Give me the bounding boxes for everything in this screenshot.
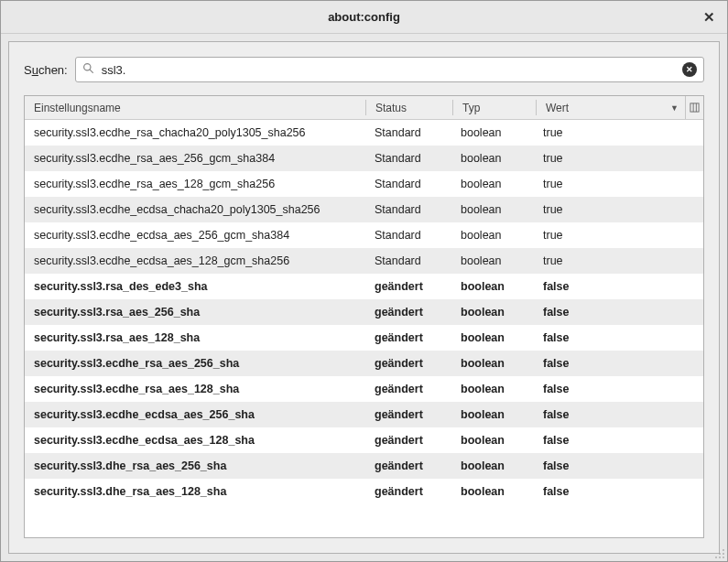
pref-type: boolean [451, 203, 534, 216]
pref-value: false [534, 306, 703, 319]
pref-name: security.ssl3.rsa_aes_128_sha [25, 331, 365, 344]
pref-value: false [534, 459, 703, 472]
table-row[interactable]: security.ssl3.ecdhe_ecdsa_aes_128_gcm_sh… [25, 248, 703, 274]
svg-rect-2 [690, 103, 699, 112]
pref-name: security.ssl3.dhe_rsa_aes_128_sha [25, 485, 365, 498]
pref-status: geändert [365, 357, 451, 370]
table-row[interactable]: security.ssl3.rsa_aes_256_shageändertboo… [25, 299, 703, 325]
table-row[interactable]: security.ssl3.ecdhe_ecdsa_aes_128_shageä… [25, 427, 703, 453]
content-panel: Suchen: Einstellungsname Status Typ Wert [8, 41, 720, 554]
pref-type: boolean [451, 152, 534, 165]
pref-name: security.ssl3.dhe_rsa_aes_256_sha [25, 459, 365, 472]
pref-value: true [534, 126, 703, 139]
search-input[interactable] [75, 57, 704, 82]
pref-value: false [534, 408, 703, 421]
pref-name: security.ssl3.rsa_aes_256_sha [25, 306, 365, 319]
pref-status: geändert [365, 280, 451, 293]
pref-name: security.ssl3.ecdhe_rsa_aes_256_gcm_sha3… [25, 152, 365, 165]
pref-value: false [534, 434, 703, 447]
clear-search-icon[interactable] [682, 62, 697, 77]
pref-value: true [534, 203, 703, 216]
pref-value: false [534, 357, 703, 370]
pref-value: false [534, 383, 703, 395]
svg-point-5 [723, 549, 724, 551]
table-body[interactable]: security.ssl3.ecdhe_rsa_chacha20_poly130… [25, 120, 703, 537]
pref-type: boolean [451, 357, 534, 370]
titlebar: about:config ✕ [1, 1, 727, 34]
svg-point-9 [719, 557, 721, 558]
table-header: Einstellungsname Status Typ Wert ▼ [25, 96, 703, 120]
pref-name: security.ssl3.ecdhe_rsa_aes_256_sha [25, 357, 365, 370]
pref-status: geändert [365, 434, 451, 447]
pref-value: false [534, 280, 703, 293]
pref-status: Standard [365, 203, 451, 216]
pref-status: geändert [365, 331, 451, 344]
pref-name: security.ssl3.ecdhe_ecdsa_aes_256_sha [25, 408, 365, 421]
pref-name: security.ssl3.ecdhe_ecdsa_chacha20_poly1… [25, 203, 365, 216]
window: about:config ✕ Suchen: Einstellungsname … [0, 0, 728, 562]
pref-type: boolean [451, 178, 534, 190]
pref-status: geändert [365, 306, 451, 319]
svg-point-8 [715, 557, 717, 558]
pref-name: security.ssl3.ecdhe_ecdsa_aes_128_sha [25, 434, 365, 447]
column-header-name[interactable]: Einstellungsname [25, 96, 365, 119]
pref-status: Standard [365, 126, 451, 139]
sort-indicator-icon: ▼ [670, 103, 679, 113]
column-header-type[interactable]: Typ [453, 96, 536, 119]
pref-status: Standard [365, 152, 451, 165]
pref-type: boolean [451, 408, 534, 421]
table-row[interactable]: security.ssl3.dhe_rsa_aes_256_shageänder… [25, 453, 703, 479]
window-title: about:config [328, 10, 400, 24]
table-row[interactable]: security.ssl3.rsa_des_ede3_shageändertbo… [25, 274, 703, 299]
table-row[interactable]: security.ssl3.ecdhe_ecdsa_chacha20_poly1… [25, 197, 703, 222]
svg-point-7 [723, 553, 724, 555]
search-field-wrap [75, 57, 704, 82]
pref-status: Standard [365, 229, 451, 242]
pref-name: security.ssl3.ecdhe_ecdsa_aes_128_gcm_sh… [25, 254, 365, 267]
pref-type: boolean [451, 459, 534, 472]
table-row[interactable]: security.ssl3.ecdhe_ecdsa_aes_256_gcm_sh… [25, 222, 703, 248]
table-row[interactable]: security.ssl3.ecdhe_rsa_chacha20_poly130… [25, 120, 703, 146]
pref-name: security.ssl3.ecdhe_rsa_aes_128_gcm_sha2… [25, 178, 365, 190]
pref-name: security.ssl3.rsa_des_ede3_sha [25, 280, 365, 293]
pref-value: true [534, 229, 703, 242]
pref-type: boolean [451, 229, 534, 242]
pref-status: Standard [365, 254, 451, 267]
table-row[interactable]: security.ssl3.ecdhe_rsa_aes_256_shageänd… [25, 351, 703, 376]
close-button[interactable]: ✕ [700, 8, 718, 27]
pref-type: boolean [451, 485, 534, 498]
pref-name: security.ssl3.ecdhe_rsa_chacha20_poly130… [25, 126, 365, 139]
table-row[interactable]: security.ssl3.ecdhe_rsa_aes_256_gcm_sha3… [25, 146, 703, 171]
pref-type: boolean [451, 254, 534, 267]
column-picker-button[interactable] [685, 96, 703, 119]
prefs-table: Einstellungsname Status Typ Wert ▼ secur… [24, 95, 704, 538]
search-label: Suchen: [24, 63, 68, 77]
pref-status: geändert [365, 485, 451, 498]
pref-status: geändert [365, 408, 451, 421]
svg-point-10 [723, 557, 724, 558]
table-row[interactable]: security.ssl3.ecdhe_ecdsa_aes_256_shageä… [25, 402, 703, 427]
pref-value: true [534, 152, 703, 165]
table-row[interactable]: security.ssl3.rsa_aes_128_shageändertboo… [25, 325, 703, 351]
table-row[interactable]: security.ssl3.ecdhe_rsa_aes_128_shageänd… [25, 376, 703, 402]
pref-value: false [534, 485, 703, 498]
pref-value: true [534, 254, 703, 267]
pref-value: true [534, 178, 703, 190]
pref-value: false [534, 331, 703, 344]
column-header-value[interactable]: Wert ▼ [537, 96, 685, 119]
pref-type: boolean [451, 331, 534, 344]
pref-type: boolean [451, 434, 534, 447]
pref-status: geändert [365, 383, 451, 395]
pref-name: security.ssl3.ecdhe_rsa_aes_128_sha [25, 383, 365, 395]
column-header-status[interactable]: Status [366, 96, 452, 119]
pref-type: boolean [451, 306, 534, 319]
pref-type: boolean [451, 126, 534, 139]
table-row[interactable]: security.ssl3.dhe_rsa_aes_128_shageänder… [25, 479, 703, 504]
pref-type: boolean [451, 280, 534, 293]
pref-name: security.ssl3.ecdhe_ecdsa_aes_256_gcm_sh… [25, 229, 365, 242]
pref-status: Standard [365, 178, 451, 190]
table-row[interactable]: security.ssl3.ecdhe_rsa_aes_128_gcm_sha2… [25, 171, 703, 197]
pref-status: geändert [365, 459, 451, 472]
pref-type: boolean [451, 383, 534, 395]
search-row: Suchen: [24, 57, 704, 82]
